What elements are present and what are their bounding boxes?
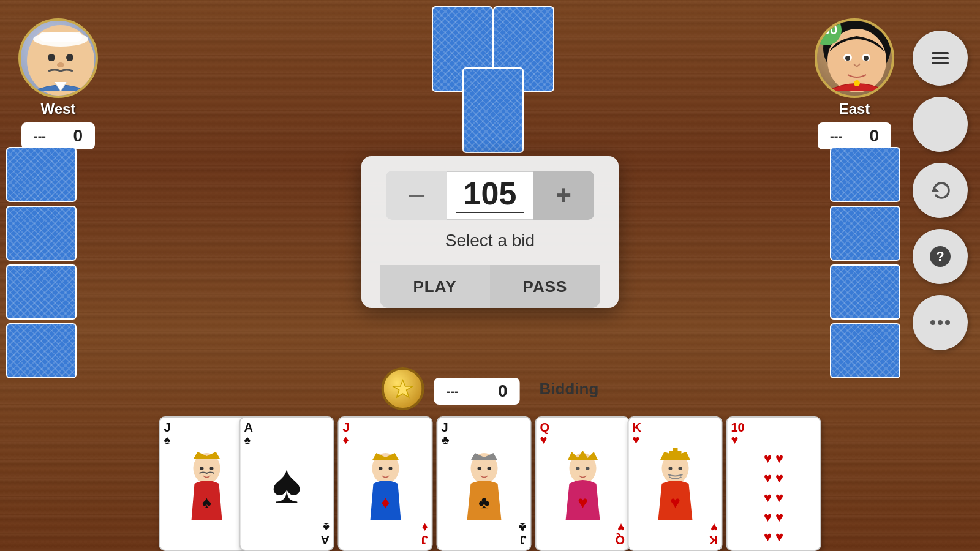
pass-button[interactable]: PASS (490, 265, 600, 308)
east-card-2 (830, 206, 900, 261)
king-hearts-figure: ♥ (644, 447, 706, 520)
card-center-1: ♠ (164, 446, 249, 522)
west-avatar-image (21, 21, 98, 98)
west-score-box: --- 0 (21, 122, 95, 149)
north-hand (404, 6, 576, 159)
help-button[interactable]: ? (913, 229, 968, 284)
minus-icon: ─ (409, 182, 424, 208)
svg-point-26 (487, 467, 491, 470)
card-top-rank-3: J♦ (343, 421, 428, 446)
gold-trophy-icon (382, 367, 424, 410)
svg-point-46 (930, 320, 935, 325)
south-score: 0 (498, 381, 508, 401)
svg-point-11 (864, 56, 869, 61)
west-card-2 (6, 206, 77, 261)
menu-button[interactable] (913, 31, 968, 86)
svg-text:♥: ♥ (578, 493, 588, 512)
svg-point-21 (388, 467, 392, 470)
bid-plus-button[interactable]: + (533, 171, 594, 220)
svg-text:♦: ♦ (381, 493, 390, 512)
svg-point-20 (379, 467, 382, 470)
east-card-1 (830, 147, 900, 202)
east-card-3 (830, 264, 900, 320)
svg-text:?: ? (936, 249, 944, 264)
east-name: East (839, 100, 870, 118)
west-card-1 (6, 147, 77, 202)
west-player: West --- 0 (18, 18, 98, 149)
south-score-dash: --- (447, 384, 459, 399)
svg-point-47 (938, 320, 943, 325)
queen-hearts-figure: ♥ (552, 447, 613, 520)
hand-card-5[interactable]: Q♥ ♥ Q♥ (535, 416, 630, 551)
east-hand (830, 147, 900, 378)
svg-rect-42 (932, 62, 949, 64)
svg-point-25 (477, 467, 481, 470)
svg-point-38 (678, 467, 682, 470)
card-bottom-rank-6: K♥ (709, 522, 717, 546)
east-score: 0 (869, 126, 879, 146)
jack-diamonds-figure: ♦ (355, 447, 416, 520)
card-bottom-rank-5: Q♥ (616, 522, 625, 546)
card-bottom-rank-2: A♠ (320, 522, 329, 546)
hand-card-2[interactable]: A♠ ♠ A♠ (239, 416, 334, 551)
more-button[interactable] (913, 295, 968, 350)
ace-spades-symbol: ♠ (272, 452, 301, 515)
east-score-dash: --- (830, 129, 842, 143)
svg-point-4 (66, 54, 74, 61)
bid-controls: ─ 105 + (380, 171, 600, 220)
undo-icon (928, 178, 952, 203)
svg-point-9 (845, 56, 850, 61)
west-hand (6, 147, 77, 378)
jack-clubs-figure: ♣ (453, 447, 514, 520)
west-name: West (41, 100, 76, 118)
west-score: 0 (73, 126, 83, 146)
card-center-5: ♥ (540, 446, 625, 522)
undo-button[interactable] (913, 163, 968, 218)
card-center-6: ♥ (633, 446, 718, 522)
card-top-rank-1: J♠ (164, 421, 249, 446)
south-status: --- 0 Bidding (382, 367, 599, 410)
south-score-box: --- 0 (434, 378, 520, 405)
help-icon: ? (928, 244, 952, 269)
ten-hearts-pips: ♥ ♥ ♥ ♥ ♥ ♥ ♥ ♥ ♥ ♥ (759, 446, 788, 550)
svg-point-48 (945, 320, 950, 325)
east-avatar: 100 (815, 18, 894, 98)
hand-card-7[interactable]: 10♥ ♥ ♥ ♥ ♥ ♥ ♥ ♥ ♥ ♥ ♥ 10♥ (726, 416, 821, 551)
card-bottom-rank-4: J♣ (518, 522, 526, 546)
svg-rect-2 (39, 32, 82, 42)
card-center-4: ♣ (442, 446, 527, 522)
menu-icon (928, 46, 952, 70)
svg-rect-36 (669, 451, 681, 455)
svg-point-12 (854, 80, 860, 86)
card-top-rank-4: J♣ (442, 421, 527, 446)
bid-minus-button[interactable]: ─ (386, 171, 447, 220)
svg-point-3 (48, 54, 55, 61)
svg-text:♥: ♥ (670, 493, 680, 512)
right-toolbar: ? (913, 31, 968, 350)
plus-icon: + (556, 180, 571, 211)
jack-spades-figure: ♠ (176, 447, 237, 520)
west-card-3 (6, 264, 77, 320)
card-center-3: ♦ (343, 446, 428, 522)
hand-card-6[interactable]: K♥ ♥ K♥ (628, 416, 723, 551)
trophy-symbol (392, 378, 414, 400)
east-score-box: --- 0 (818, 122, 891, 149)
bid-label: Select a bid (380, 226, 600, 255)
svg-point-15 (200, 467, 203, 470)
svg-point-5 (57, 62, 64, 67)
bid-underline (456, 212, 524, 213)
play-button[interactable]: PLAY (380, 265, 490, 308)
card-top-rank-7: 10♥ (731, 421, 816, 446)
hand-card-3[interactable]: J♦ ♦ J♦ (338, 416, 433, 551)
east-card-4 (830, 323, 900, 378)
player-hand: J♠ ♠ J♠ A (159, 416, 821, 551)
more-icon (928, 310, 952, 335)
card-center-7: ♥ ♥ ♥ ♥ ♥ ♥ ♥ ♥ ♥ ♥ (731, 446, 816, 550)
west-score-dash: --- (34, 129, 46, 143)
bid-dialog: ─ 105 + Select a bid PLAY PASS (361, 156, 619, 308)
svg-rect-40 (932, 52, 949, 54)
bid-action-buttons: PLAY PASS (380, 265, 600, 308)
extra-button-1[interactable] (913, 97, 968, 152)
east-player: 100 East --- 0 (815, 18, 894, 149)
hand-card-4[interactable]: J♣ ♣ J♣ (437, 416, 532, 551)
